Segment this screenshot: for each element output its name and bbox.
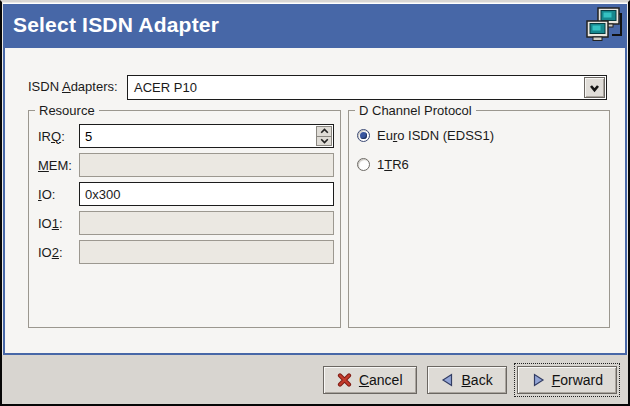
select-isdn-adapter-dialog: Select ISDN Adapter — [0, 0, 630, 406]
page-title: Select ISDN Adapter — [13, 13, 219, 37]
io2-label: IO2: — [38, 245, 79, 260]
resource-legend: Resource — [35, 103, 99, 118]
combobox-dropdown-button[interactable] — [584, 77, 605, 98]
radio-unselected-icon[interactable] — [357, 158, 370, 171]
d-channel-protocol-legend: D Channel Protocol — [355, 103, 476, 118]
irq-row: IRQ: — [38, 124, 334, 148]
back-button-label: Back — [462, 372, 493, 388]
io1-row: IO1: — [38, 211, 334, 235]
back-button[interactable]: Back — [427, 366, 507, 394]
radio-euro-isdn[interactable]: Euro ISDN (EDSS1) — [357, 125, 609, 145]
mem-row: MEM: — [38, 153, 334, 177]
io2-input — [79, 240, 334, 264]
mem-label: MEM: — [38, 158, 79, 173]
chevron-up-icon — [320, 128, 329, 134]
d-channel-protocol-groupbox: D Channel Protocol Euro ISDN (EDSS1) 1TR… — [348, 110, 610, 328]
cancel-x-icon — [337, 373, 352, 387]
cancel-button[interactable]: Cancel — [323, 366, 417, 394]
irq-label: IRQ: — [38, 129, 79, 144]
arrow-right-icon — [531, 373, 545, 387]
mem-input — [79, 153, 334, 177]
wizard-content: ISDN Adapters: ACER P10 Resource IRQ: — [3, 46, 627, 355]
io-input[interactable] — [79, 182, 334, 206]
io-label: IO: — [38, 187, 79, 202]
io1-label: IO1: — [38, 216, 79, 231]
io-row: IO: — [38, 182, 334, 206]
chevron-down-icon — [320, 138, 329, 144]
resource-groupbox: Resource IRQ: — [28, 110, 341, 328]
io2-row: IO2: — [38, 240, 334, 264]
cancel-button-label: Cancel — [359, 372, 403, 388]
dialog-header: Select ISDN Adapter — [3, 3, 627, 46]
radio-1tr6-label: 1TR6 — [377, 157, 409, 172]
forward-button[interactable]: Forward — [517, 366, 617, 394]
radio-euro-isdn-label: Euro ISDN (EDSS1) — [377, 128, 494, 143]
irq-spin-up-button[interactable] — [317, 127, 331, 137]
radio-selected-icon[interactable] — [357, 129, 370, 142]
irq-spin-down-button[interactable] — [317, 137, 331, 146]
isdn-adapters-label: ISDN Adapters: — [28, 79, 118, 94]
irq-spinbox[interactable] — [79, 124, 334, 148]
network-computers-icon — [585, 7, 623, 45]
isdn-adapters-combobox[interactable]: ACER P10 — [127, 75, 607, 100]
radio-1tr6[interactable]: 1TR6 — [357, 154, 609, 174]
io1-input — [79, 211, 334, 235]
forward-button-label: Forward — [552, 372, 603, 388]
action-bar: Cancel Back Forward — [2, 355, 628, 404]
arrow-left-icon — [441, 373, 455, 387]
irq-input[interactable] — [80, 125, 315, 147]
chevron-down-icon — [588, 82, 601, 94]
isdn-adapters-combobox-value: ACER P10 — [128, 76, 583, 99]
